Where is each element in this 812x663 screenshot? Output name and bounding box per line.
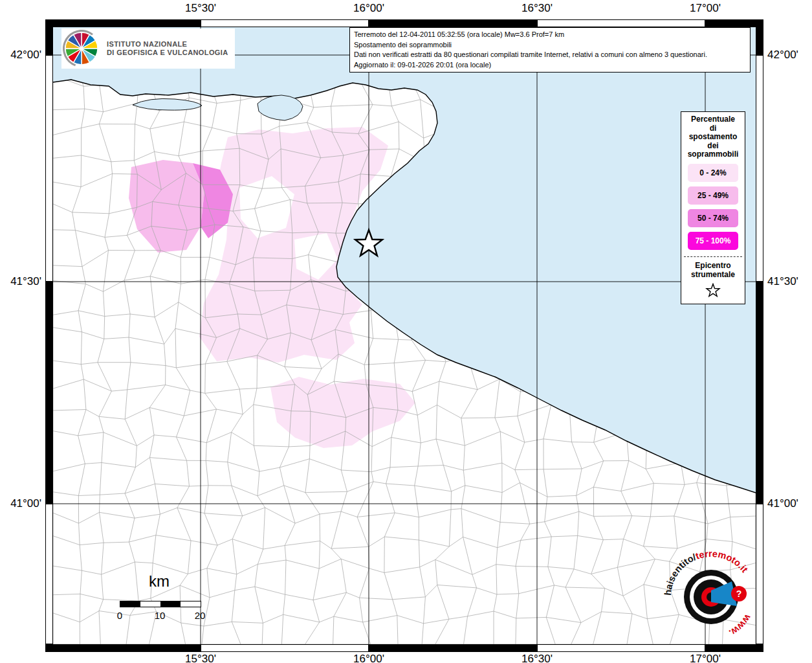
map-frame-segment xyxy=(45,55,53,282)
legend-title: Percentuale di spostamento dei soprammob… xyxy=(681,115,745,159)
lon-label-top: 17°00' xyxy=(690,2,721,15)
map-frame-segment xyxy=(369,644,537,652)
scale-bar-tick: 0 xyxy=(117,610,122,621)
lon-label-top: 15°30' xyxy=(185,2,216,15)
ingv-name-line2: DI GEOFISICA E VULCANOLOGIA xyxy=(107,49,228,57)
question-mark: ? xyxy=(736,589,742,599)
legend-title-line: spostamento xyxy=(681,133,745,142)
scale-bar-tick: 20 xyxy=(195,610,206,621)
map-frame-segment xyxy=(705,19,763,27)
map-frame-segment xyxy=(45,19,53,55)
event-info-line1: Terremoto del 12-04-2011 05:32:55 (ora l… xyxy=(354,30,746,40)
event-info-line3: Dati non verificati estratti da 80 quest… xyxy=(354,50,746,60)
legend-epicenter-line1: Epicentro xyxy=(681,261,745,270)
legend: Percentuale di spostamento dei soprammob… xyxy=(681,111,745,304)
hsit-earthquake-map-page: 15°30' 16°00' 16°30' 17°00' 15°30' 16°00… xyxy=(0,0,812,663)
map-frame-segment xyxy=(756,19,763,55)
map-frame-segment xyxy=(756,55,763,282)
lat-label-left: 41°30' xyxy=(1,275,41,288)
event-info-line2: Spostamento dei soprammobili xyxy=(354,40,746,51)
map-frame-segment xyxy=(756,282,763,504)
legend-divider xyxy=(684,256,742,257)
ingv-branding: ISTITUTO NAZIONALE DI GEOFISICA E VULCAN… xyxy=(61,28,235,69)
legend-title-line: di xyxy=(681,124,745,133)
lat-label-right: 41°00' xyxy=(767,497,798,510)
map-frame-segment xyxy=(45,282,53,504)
ingv-name: ISTITUTO NAZIONALE DI GEOFISICA E VULCAN… xyxy=(107,40,228,57)
map-frame-segment xyxy=(201,19,369,27)
scale-bar-unit: km xyxy=(149,572,170,590)
lon-label-bottom: 15°30' xyxy=(185,653,216,663)
legend-swatch-25-49: 25 - 49% xyxy=(688,186,738,205)
lat-label-right: 42°00' xyxy=(767,49,798,62)
map-frame-segment xyxy=(45,19,201,27)
legend-swatch-0-24: 0 - 24% xyxy=(688,164,738,182)
lon-label-top: 16°00' xyxy=(353,2,384,15)
map-frame-segment xyxy=(537,19,705,27)
lon-label-bottom: 16°30' xyxy=(521,653,553,663)
scale-bar xyxy=(120,601,201,607)
legend-title-line: dei xyxy=(681,142,745,151)
event-info-line4: Aggiornato il: 09-01-2026 20:01 (ora loc… xyxy=(354,60,746,71)
lat-label-right: 41°30' xyxy=(767,275,798,288)
map-frame-segment xyxy=(369,19,537,27)
map-frame-segment xyxy=(45,504,53,644)
legend-epicenter-label: Epicentro strumentale xyxy=(681,261,745,279)
ingv-logo-icon xyxy=(63,30,100,67)
legend-swatch-75-100: 75 - 100% xyxy=(688,232,738,250)
lon-label-top: 16°30' xyxy=(521,2,553,15)
logo-www-text: www. xyxy=(727,612,754,639)
legend-title-line: soprammobili xyxy=(681,150,745,159)
scale-bar-tick: 10 xyxy=(155,610,166,621)
lat-label-left: 41°00' xyxy=(1,497,41,510)
legend-swatch-50-74: 50 - 74% xyxy=(688,209,738,227)
map-frame-segment xyxy=(45,644,201,652)
epicenter-legend-star-icon xyxy=(705,283,721,298)
map-frame-segment xyxy=(201,644,369,652)
lat-label-left: 42°00' xyxy=(1,49,41,62)
lon-label-bottom: 17°00' xyxy=(690,653,721,663)
map-frame-segment xyxy=(45,644,53,652)
legend-title-line: Percentuale xyxy=(681,115,745,124)
haisentitoilterremoto-logo: ? haisentito/terremoto.it www. xyxy=(655,543,767,654)
legend-epicenter-line2: strumentale xyxy=(681,270,745,279)
lon-label-bottom: 16°00' xyxy=(353,653,384,663)
event-info-box: Terremoto del 12-04-2011 05:32:55 (ora l… xyxy=(349,27,751,73)
map xyxy=(53,27,756,644)
ingv-name-line1: ISTITUTO NAZIONALE xyxy=(107,40,228,49)
